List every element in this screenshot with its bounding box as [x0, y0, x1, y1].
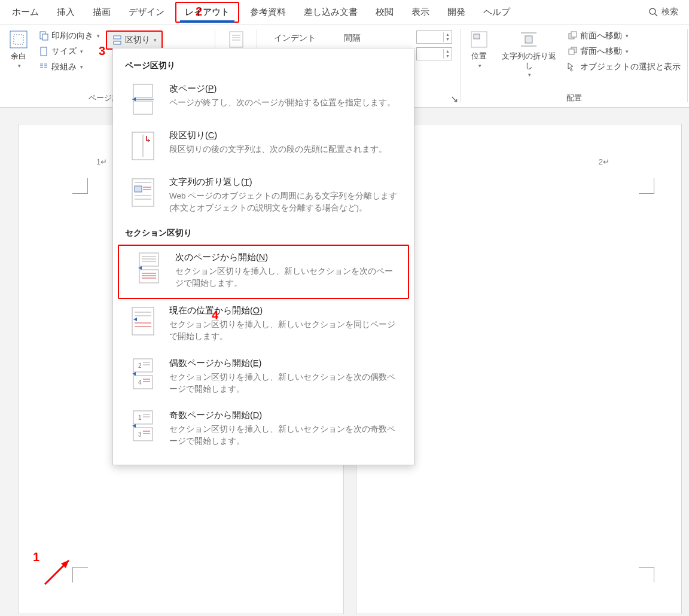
chevron-down-icon: ▾ [478, 63, 481, 69]
size-label: サイズ [51, 46, 77, 57]
chevron-down-icon: ▾ [154, 37, 157, 43]
group-arrange-label: 配置 [465, 93, 683, 106]
svg-rect-25 [571, 32, 577, 37]
ruler-num-right: 2↵ [599, 157, 609, 166]
svg-rect-67 [133, 411, 153, 424]
spinner-up-icon[interactable]: ▲ [446, 32, 450, 37]
selection-pane-icon [567, 62, 578, 72]
columns-icon [38, 62, 49, 72]
margins-button[interactable]: 余白 ▾ [5, 27, 32, 74]
svg-rect-6 [41, 47, 47, 56]
tab-draw[interactable]: 描画 [84, 3, 119, 22]
orientation-button[interactable]: 印刷の向き▾ [36, 29, 102, 42]
margin-corner-icon [639, 567, 654, 583]
dd-item-text-wrap-break[interactable]: 文字列の折り返し(T) Web ページのオブジェクトの周囲にある文字列を分離しま… [113, 170, 414, 223]
svg-rect-62 [133, 376, 153, 389]
orientation-label: 印刷の向き [51, 31, 93, 41]
dd-item-odd-page[interactable]: 13 奇数ページから開始(D) セクション区切りを挿入し、新しいセクションを次の… [113, 404, 414, 456]
tab-developer[interactable]: 開発 [439, 3, 474, 22]
page-icon [226, 29, 246, 50]
breaks-label: 区切り [125, 35, 150, 45]
send-backward-button[interactable]: 背面へ移動▾ [565, 45, 683, 58]
spinner-up-icon[interactable]: ▲ [446, 49, 450, 54]
chevron-down-icon: ▾ [80, 48, 83, 54]
columns-label: 段組み [51, 62, 77, 72]
wrap-button[interactable]: 文字列の折り返し▾ [496, 27, 561, 81]
orientation-icon [38, 31, 49, 41]
dd-item-column-break[interactable]: 段区切り(C) 段区切りの後の文字列は、次の段の先頭に配置されます。 [113, 124, 414, 170]
bring-forward-icon [567, 31, 578, 41]
search-icon [648, 7, 658, 17]
ruler-num-left: 1↵ [96, 157, 107, 166]
wrap-label: 文字列の折り返し [500, 51, 557, 70]
dd-item-next-page[interactable]: 次のページから開始(N) セクション区切りを挿入し、新しいセクションを次のページ… [118, 245, 409, 300]
svg-rect-5 [42, 34, 48, 40]
svg-marker-66 [132, 372, 136, 376]
dd-item-page-break[interactable]: 改ページ(P) ページが終了し、次のページが開始する位置を指定します。 [113, 77, 414, 124]
svg-rect-15 [230, 32, 243, 47]
svg-rect-37 [135, 186, 142, 192]
svg-rect-13 [114, 36, 121, 39]
position-icon [469, 29, 489, 50]
svg-rect-71 [133, 428, 153, 441]
size-button[interactable]: サイズ▾ [36, 45, 102, 58]
tab-design[interactable]: デザイン [120, 3, 173, 22]
svg-rect-43 [139, 253, 158, 266]
bring-forward-button[interactable]: 前面へ移動▾ [565, 29, 683, 42]
tab-layout[interactable]: レイアウト [175, 2, 239, 23]
tab-references[interactable]: 参考資料 [242, 3, 294, 22]
callout-4-label: 4 [212, 309, 218, 322]
chevron-down-icon: ▾ [80, 64, 83, 70]
tab-review[interactable]: 校閲 [367, 3, 402, 22]
tab-home[interactable]: ホーム [4, 3, 47, 22]
chevron-down-icon: ▾ [97, 33, 100, 39]
margins-icon [8, 29, 29, 50]
tab-help[interactable]: ヘルプ [475, 3, 519, 22]
selection-pane-button[interactable]: オブジェクトの選択と表示 [565, 60, 683, 74]
svg-rect-27 [569, 49, 574, 54]
svg-rect-58 [133, 359, 153, 372]
margin-corner-icon [72, 178, 88, 194]
breaks-button[interactable]: 区切り▾ [106, 31, 163, 50]
position-button[interactable]: 位置▾ [465, 27, 493, 81]
tab-view[interactable]: 表示 [403, 3, 438, 22]
svg-marker-75 [132, 424, 136, 428]
odd-page-section-icon: 13 [130, 410, 156, 442]
bring-forward-label: 前面へ移動 [580, 31, 622, 41]
spacing-before-spinner[interactable]: ▲▼ [416, 31, 452, 44]
selection-pane-label: オブジェクトの選択と表示 [580, 62, 681, 72]
svg-rect-47 [139, 270, 158, 283]
next-page-section-icon [136, 252, 162, 284]
search-box[interactable]: 検索 [641, 7, 685, 17]
svg-text:4: 4 [138, 379, 142, 386]
send-backward-icon [567, 46, 578, 57]
dd-section-page-breaks: ページ区切り [113, 56, 414, 77]
dd-item-even-page[interactable]: 24 偶数ページから開始(E) セクション区切りを挿入し、新しいセクションを次の… [113, 352, 414, 404]
svg-rect-2 [10, 31, 27, 48]
svg-rect-30 [133, 84, 153, 97]
spacing-after-spinner[interactable]: ▲▼ [416, 47, 452, 60]
svg-rect-21 [525, 36, 532, 43]
spinner-down-icon[interactable]: ▼ [446, 54, 450, 59]
tab-insert[interactable]: 挿入 [48, 3, 83, 22]
chevron-down-icon: ▾ [626, 48, 629, 54]
dialog-launcher-icon[interactable]: ↘ [450, 93, 458, 105]
callout-1-label: 1 [33, 550, 39, 564]
svg-rect-36 [132, 179, 154, 206]
margins-label: 余白 [11, 51, 26, 61]
svg-text:1: 1 [138, 414, 142, 421]
column-break-icon [130, 130, 156, 162]
svg-text:2: 2 [138, 362, 142, 369]
search-label: 検索 [661, 7, 678, 17]
send-backward-label: 背面へ移動 [580, 46, 622, 57]
group-arrange: 位置▾ 文字列の折り返し▾ 前面へ移動▾ 背面へ移動▾ オブジェクトの選択と表示 [461, 25, 688, 107]
svg-text:3: 3 [138, 431, 142, 438]
position-label: 位置 [471, 51, 487, 61]
chevron-down-icon: ▾ [528, 72, 531, 78]
svg-rect-52 [132, 307, 154, 335]
dd-section-section-breaks: セクション区切り [113, 223, 414, 245]
spinner-down-icon[interactable]: ▼ [446, 37, 450, 42]
tab-mailings[interactable]: 差し込み文書 [295, 3, 366, 22]
columns-button[interactable]: 段組み▾ [36, 60, 102, 74]
dd-item-continuous[interactable]: 現在の位置から開始(O) セクション区切りを挿入し、新しいセクションを同じページ… [113, 299, 414, 352]
